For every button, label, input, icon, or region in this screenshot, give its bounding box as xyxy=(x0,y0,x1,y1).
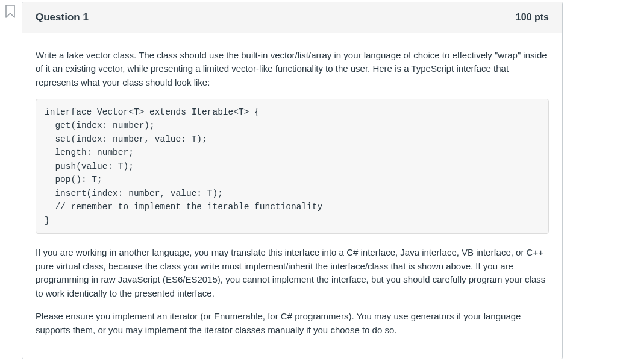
paragraph-3: Please ensure you implement an iterator … xyxy=(36,310,549,337)
question-body: Write a fake vector class. The class sho… xyxy=(22,33,562,359)
bookmark-icon[interactable] xyxy=(5,5,16,18)
question-title: Question 1 xyxy=(36,10,89,25)
paragraph-2: If you are working in another language, … xyxy=(36,246,549,300)
code-block: interface Vector<T> extends Iterable<T> … xyxy=(36,99,549,234)
question-points: 100 pts xyxy=(516,10,549,25)
page: Question 1 100 pts Write a fake vector c… xyxy=(0,0,617,364)
question-header: Question 1 100 pts xyxy=(22,2,562,33)
intro-paragraph: Write a fake vector class. The class sho… xyxy=(36,49,549,90)
question-card: Question 1 100 pts Write a fake vector c… xyxy=(22,2,563,359)
